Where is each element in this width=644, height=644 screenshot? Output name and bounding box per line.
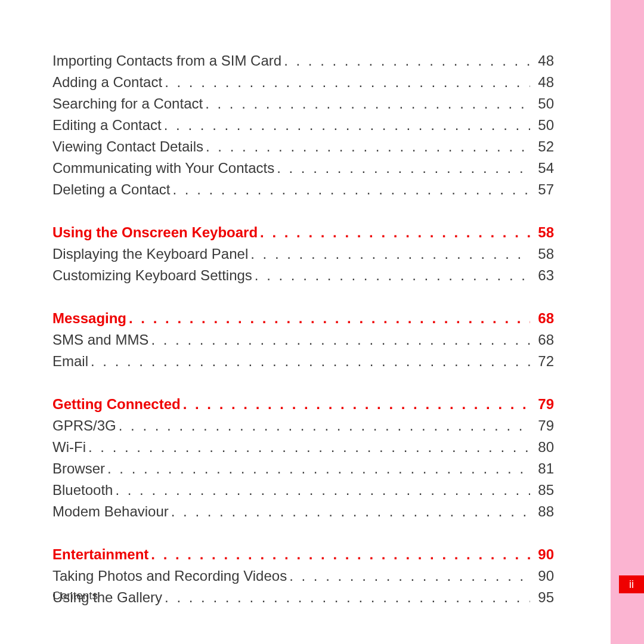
toc-dots xyxy=(148,544,530,565)
toc-heading[interactable]: Entertainment90 xyxy=(52,544,554,565)
toc-entry[interactable]: Wi-Fi80 xyxy=(52,436,554,458)
toc-entry-title: Bluetooth xyxy=(52,479,113,501)
toc-dots xyxy=(252,265,530,286)
toc-dots xyxy=(113,479,530,501)
toc-entry-title: Importing Contacts from a SIM Card xyxy=(52,50,281,72)
toc-entry[interactable]: Browser81 xyxy=(52,458,554,479)
toc-entry-title: Modem Behaviour xyxy=(52,501,169,522)
toc-entry-title: Displaying the Keyboard Panel xyxy=(52,243,248,265)
toc-section: Getting Connected79GPRS/3G79Wi-Fi80Brows… xyxy=(52,394,554,522)
toc-heading-page: 90 xyxy=(530,544,554,565)
toc-entry[interactable]: SMS and MMS68 xyxy=(52,329,554,351)
toc-heading-page: 58 xyxy=(530,222,554,243)
toc-heading-title: Getting Connected xyxy=(52,394,181,415)
toc-entry[interactable]: Importing Contacts from a SIM Card48 xyxy=(52,50,554,72)
toc-entry[interactable]: Deleting a Contact57 xyxy=(52,179,554,200)
toc-dots xyxy=(258,222,530,243)
toc-dots xyxy=(148,329,530,351)
toc-entry[interactable]: Bluetooth85 xyxy=(52,479,554,501)
toc-dots xyxy=(248,243,530,265)
toc-dots xyxy=(170,179,530,200)
toc-entry-title: Deleting a Contact xyxy=(52,179,170,200)
toc-entry-page: 50 xyxy=(530,114,554,136)
toc-dots xyxy=(162,114,530,136)
toc-dots xyxy=(203,136,530,157)
toc-entry[interactable]: Displaying the Keyboard Panel58 xyxy=(52,243,554,265)
toc-entry-page: 72 xyxy=(530,351,554,372)
toc-heading[interactable]: Using the Onscreen Keyboard58 xyxy=(52,222,554,243)
page-number: ii xyxy=(629,578,634,591)
toc-dots xyxy=(86,436,530,458)
toc-entry[interactable]: Viewing Contact Details52 xyxy=(52,136,554,157)
toc-dots xyxy=(162,587,530,608)
toc-entry-title: Viewing Contact Details xyxy=(52,136,203,157)
toc-entry-page: 58 xyxy=(530,243,554,265)
toc-dots xyxy=(116,415,530,436)
toc-entry-page: 79 xyxy=(530,415,554,436)
page-number-tab: ii xyxy=(619,575,644,593)
toc-heading[interactable]: Messaging68 xyxy=(52,308,554,329)
toc-entry-title: Adding a Contact xyxy=(52,72,162,93)
toc-section: Importing Contacts from a SIM Card48Addi… xyxy=(52,50,554,200)
toc-heading-page: 68 xyxy=(530,308,554,329)
toc-heading-title: Entertainment xyxy=(52,544,148,565)
toc-dots xyxy=(203,93,530,114)
toc-entry-title: Communicating with Your Contacts xyxy=(52,157,274,179)
toc-entry[interactable]: Communicating with Your Contacts54 xyxy=(52,157,554,179)
toc-entry[interactable]: Using the Gallery95 xyxy=(52,587,554,608)
toc-heading-title: Messaging xyxy=(52,308,126,329)
toc-dots xyxy=(287,565,530,587)
toc-entry-page: 48 xyxy=(530,50,554,72)
toc-section: Entertainment90Taking Photos and Recordi… xyxy=(52,544,554,608)
toc-entry-page: 52 xyxy=(530,136,554,157)
side-strip xyxy=(611,0,644,644)
toc-entry-page: 57 xyxy=(530,179,554,200)
footer-label: Contents xyxy=(52,589,98,602)
toc-entry-title: Browser xyxy=(52,458,105,479)
toc-entry-page: 90 xyxy=(530,565,554,587)
toc-dots xyxy=(126,308,530,329)
toc-section: Messaging68SMS and MMS68Email72 xyxy=(52,308,554,372)
toc-entry[interactable]: Modem Behaviour88 xyxy=(52,501,554,522)
toc-content: Importing Contacts from a SIM Card48Addi… xyxy=(0,0,611,608)
toc-entry-title: Customizing Keyboard Settings xyxy=(52,265,252,286)
toc-entry[interactable]: Customizing Keyboard Settings63 xyxy=(52,265,554,286)
toc-entry[interactable]: Searching for a Contact50 xyxy=(52,93,554,114)
toc-dots xyxy=(274,157,530,179)
toc-entry-title: Wi-Fi xyxy=(52,436,86,458)
toc-heading-title: Using the Onscreen Keyboard xyxy=(52,222,258,243)
toc-entry-title: SMS and MMS xyxy=(52,329,148,351)
toc-entry[interactable]: Email72 xyxy=(52,351,554,372)
toc-dots xyxy=(88,351,530,372)
toc-entry-title: Taking Photos and Recording Videos xyxy=(52,565,287,587)
toc-heading-page: 79 xyxy=(530,394,554,415)
toc-entry[interactable]: Editing a Contact50 xyxy=(52,114,554,136)
toc-entry-page: 85 xyxy=(530,479,554,501)
toc-entry-title: Searching for a Contact xyxy=(52,93,203,114)
toc-entry-page: 48 xyxy=(530,72,554,93)
toc-entry[interactable]: Taking Photos and Recording Videos90 xyxy=(52,565,554,587)
toc-entry-title: Editing a Contact xyxy=(52,114,162,136)
toc-section: Using the Onscreen Keyboard58Displaying … xyxy=(52,222,554,286)
toc-entry[interactable]: GPRS/3G79 xyxy=(52,415,554,436)
toc-entry-title: GPRS/3G xyxy=(52,415,116,436)
toc-heading[interactable]: Getting Connected79 xyxy=(52,394,554,415)
toc-entry-page: 54 xyxy=(530,157,554,179)
toc-entry-page: 50 xyxy=(530,93,554,114)
toc-entry-page: 68 xyxy=(530,329,554,351)
toc-entry[interactable]: Adding a Contact48 xyxy=(52,72,554,93)
toc-dots xyxy=(181,394,530,415)
toc-entry-page: 95 xyxy=(530,587,554,608)
toc-entry-page: 80 xyxy=(530,436,554,458)
toc-entry-page: 88 xyxy=(530,501,554,522)
toc-entry-title: Email xyxy=(52,351,88,372)
toc-dots xyxy=(169,501,530,522)
toc-dots xyxy=(105,458,530,479)
toc-entry-page: 81 xyxy=(530,458,554,479)
toc-dots xyxy=(281,50,530,72)
toc-entry-page: 63 xyxy=(530,265,554,286)
toc-dots xyxy=(162,72,530,93)
